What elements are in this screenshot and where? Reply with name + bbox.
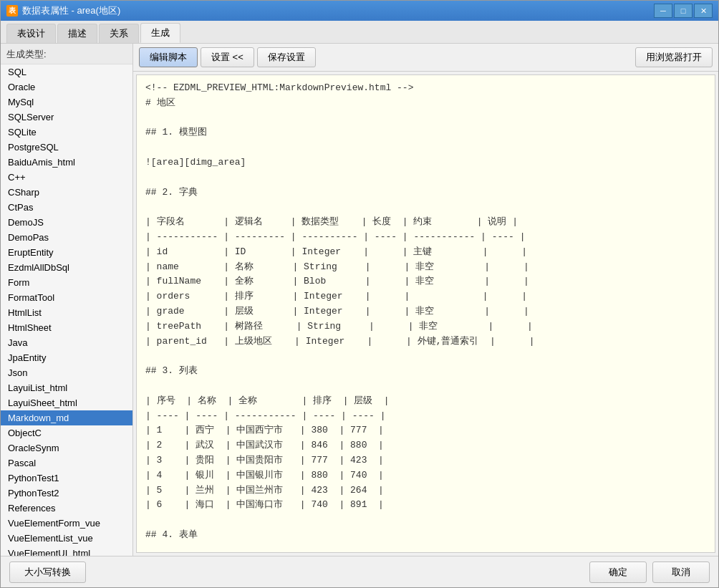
list-item[interactable]: CSharp xyxy=(1,185,132,200)
left-panel: 生成类型: SQLOracleMySqlSQLServerSQLitePostg… xyxy=(1,44,133,556)
convert-case-button[interactable]: 大小写转换 xyxy=(9,562,86,583)
list-item[interactable]: DemoJS xyxy=(1,215,132,230)
list-item[interactable]: EzdmlAllDbSql xyxy=(1,260,132,275)
title-bar: 表 数据表属性 - area(地区) ─ □ ✕ xyxy=(1,1,718,21)
list-item[interactable]: HtmlSheet xyxy=(1,320,132,335)
bottom-bar: 大小写转换 确定 取消 xyxy=(1,556,718,587)
list-item[interactable]: JpaEntity xyxy=(1,350,132,365)
list-item[interactable]: HtmlList xyxy=(1,305,132,320)
toolbar-right: 用浏览器打开 xyxy=(635,47,713,67)
list-item[interactable]: VueElementList_vue xyxy=(1,531,132,546)
tab-generate[interactable]: 生成 xyxy=(140,23,180,43)
app-icon: 表 xyxy=(6,5,18,16)
list-item[interactable]: MySql xyxy=(1,95,132,110)
right-panel: 编辑脚本 设置 << 保存设置 用浏览器打开 <!-- EZDML_PREVIE… xyxy=(133,44,718,556)
list-item[interactable]: Markdown_md xyxy=(1,410,132,425)
list-item[interactable]: FormatTool xyxy=(1,290,132,305)
list-item[interactable]: LayuiList_html xyxy=(1,380,132,395)
list-item[interactable]: Form xyxy=(1,275,132,290)
left-panel-header: 生成类型: xyxy=(1,44,132,64)
list-item[interactable]: SQL xyxy=(1,64,132,79)
list-item[interactable]: References xyxy=(1,501,132,516)
save-settings-button[interactable]: 保存设置 xyxy=(257,47,316,67)
list-item[interactable]: EruptEntity xyxy=(1,245,132,260)
list-item[interactable]: Oracle xyxy=(1,79,132,95)
title-bar-left: 表 数据表属性 - area(地区) xyxy=(6,4,120,17)
cancel-button[interactable]: 取消 xyxy=(652,562,710,583)
list-item[interactable]: PythonTest1 xyxy=(1,471,132,486)
toolbar-left: 编辑脚本 设置 << 保存设置 xyxy=(139,47,316,67)
maximize-button[interactable]: □ xyxy=(674,4,693,18)
open-browser-button[interactable]: 用浏览器打开 xyxy=(635,47,713,67)
main-window: 表 数据表属性 - area(地区) ─ □ ✕ 表设计 描述 关系 生成 生成… xyxy=(0,0,719,588)
type-list: SQLOracleMySqlSQLServerSQLitePostgreSQLB… xyxy=(1,64,132,556)
tab-design[interactable]: 表设计 xyxy=(6,24,56,43)
list-item[interactable]: C++ xyxy=(1,170,132,185)
list-item[interactable]: OracleSynm xyxy=(1,440,132,456)
list-item[interactable]: PythonTest2 xyxy=(1,486,132,501)
list-item[interactable]: ObjectC xyxy=(1,425,132,440)
list-item[interactable]: DemoPas xyxy=(1,230,132,245)
confirm-button[interactable]: 确定 xyxy=(589,562,647,583)
close-button[interactable]: ✕ xyxy=(694,4,713,18)
list-item[interactable]: VueElementForm_vue xyxy=(1,516,132,531)
list-item[interactable]: Java xyxy=(1,335,132,350)
content-area[interactable]: <!-- EZDML_PREVIEW_HTML:MarkdownPreview.… xyxy=(136,74,715,553)
list-item[interactable]: LayuiSheet_html xyxy=(1,395,132,410)
list-item[interactable]: Pascal xyxy=(1,456,132,471)
list-item[interactable]: VueElementUI_html xyxy=(1,546,132,556)
bottom-right: 确定 取消 xyxy=(589,562,710,583)
bottom-left: 大小写转换 xyxy=(9,562,86,583)
minimize-button[interactable]: ─ xyxy=(654,4,672,18)
list-item[interactable]: Json xyxy=(1,365,132,380)
list-item[interactable]: SQLServer xyxy=(1,110,132,125)
list-item[interactable]: SQLite xyxy=(1,125,132,140)
tab-desc[interactable]: 描述 xyxy=(57,24,97,43)
list-item[interactable]: CtPas xyxy=(1,200,132,215)
settings-button[interactable]: 设置 << xyxy=(201,47,254,67)
edit-script-button[interactable]: 编辑脚本 xyxy=(139,47,198,67)
title-bar-controls: ─ □ ✕ xyxy=(654,4,713,18)
tab-relation[interactable]: 关系 xyxy=(99,24,139,43)
list-item[interactable]: BaiduAmis_html xyxy=(1,155,132,170)
list-item[interactable]: PostgreSQL xyxy=(1,140,132,155)
window-title: 数据表属性 - area(地区) xyxy=(22,4,120,17)
toolbar: 编辑脚本 设置 << 保存设置 用浏览器打开 xyxy=(133,44,718,72)
main-area: 生成类型: SQLOracleMySqlSQLServerSQLitePostg… xyxy=(1,44,718,556)
tab-bar: 表设计 描述 关系 生成 xyxy=(1,21,718,44)
